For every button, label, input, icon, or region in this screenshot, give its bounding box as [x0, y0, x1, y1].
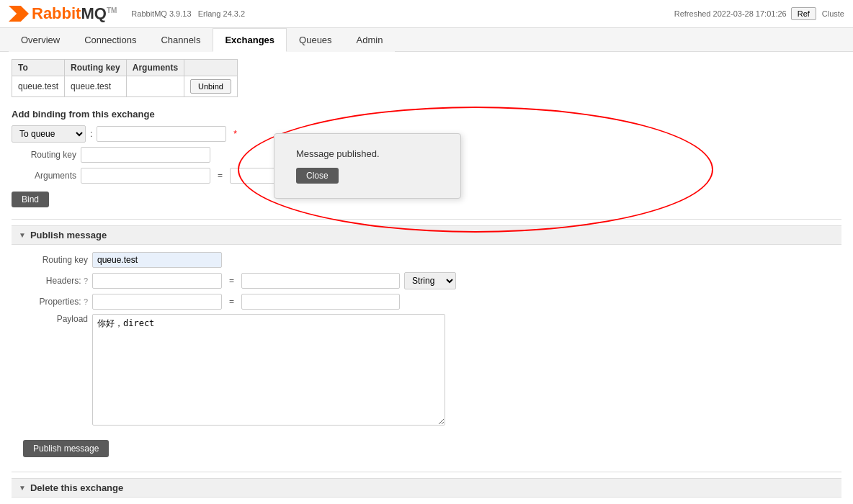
- bindings-table: To Routing key Arguments queue.test queu…: [12, 59, 238, 97]
- destination-input[interactable]: [97, 126, 226, 142]
- collapse-icon: ▼: [19, 231, 26, 239]
- nav-item-overview[interactable]: Overview: [9, 28, 72, 52]
- nav-item-queues[interactable]: Queues: [287, 28, 344, 52]
- destination-type-select[interactable]: To queue To exchange: [12, 125, 86, 143]
- binding-routing-key: queue.test: [65, 76, 127, 97]
- binding-arguments: [126, 76, 184, 97]
- unbind-button[interactable]: Unbind: [190, 79, 231, 94]
- top-bar: RabbitMQTM RabbitMQ 3.9.13 Erlang 24.3.2…: [0, 0, 853, 28]
- publish-message-form: Routing key Headers: ? = String Integer …: [12, 252, 841, 426]
- nav-item-exchanges[interactable]: Exchanges: [213, 28, 287, 52]
- pub-payload-textarea[interactable]: 你好，direct: [92, 314, 445, 426]
- logo: RabbitMQTM: [9, 4, 117, 23]
- pub-routing-key-label: Routing key: [23, 255, 88, 265]
- delete-exchange-section: ▼ Delete this exchange Delete: [12, 478, 841, 504]
- refresh-info: Refreshed 2022-03-28 17:01:26: [674, 9, 787, 18]
- pub-headers-label: Headers: ?: [23, 276, 88, 286]
- pub-payload-label: Payload: [23, 314, 88, 324]
- pub-headers-row: Headers: ? = String Integer: [23, 272, 830, 289]
- binding-routing-key-input[interactable]: [81, 147, 210, 163]
- logo-tm: TM: [107, 6, 117, 14]
- arguments-label: Arguments: [12, 171, 76, 181]
- pub-payload-row: Payload 你好，direct: [23, 314, 830, 426]
- pub-properties-label: Properties: ?: [23, 297, 88, 307]
- logo-icon: [9, 6, 29, 22]
- delete-collapse-icon: ▼: [19, 484, 26, 492]
- nav-item-connections[interactable]: Connections: [72, 28, 148, 52]
- pub-properties-row: Properties: ? =: [23, 294, 830, 310]
- delete-section-header[interactable]: ▼ Delete this exchange: [12, 478, 841, 498]
- logo-text: RabbitMQTM: [32, 4, 117, 23]
- message-published-dialog: Message published. Close: [274, 133, 461, 199]
- dialog-close-button[interactable]: Close: [296, 168, 339, 184]
- pub-properties-value-input[interactable]: [241, 294, 400, 310]
- version-info: RabbitMQ 3.9.13 Erlang 24.3.2: [131, 9, 245, 18]
- col-routing-key: Routing key: [65, 60, 127, 76]
- arguments-input[interactable]: [81, 168, 210, 184]
- publish-message-button[interactable]: Publish message: [23, 440, 109, 457]
- pub-headers-type-select[interactable]: String Integer: [404, 272, 456, 289]
- cluster-label: Cluste: [822, 9, 844, 18]
- delete-section-label: Delete this exchange: [30, 482, 123, 493]
- pub-routing-key-row: Routing key: [23, 252, 830, 268]
- main-nav: Overview Connections Channels Exchanges …: [0, 28, 853, 52]
- dialog-message-text: Message published.: [296, 148, 439, 159]
- required-star: *: [233, 129, 237, 139]
- table-row: queue.test queue.test Unbind: [12, 76, 238, 97]
- add-binding-title: Add binding from this exchange: [12, 109, 841, 120]
- nav-item-admin[interactable]: Admin: [344, 28, 396, 52]
- bindings-section: To Routing key Arguments queue.test queu…: [12, 59, 841, 97]
- refresh-button[interactable]: Ref: [791, 7, 816, 20]
- pub-headers-input[interactable]: [92, 273, 222, 289]
- nav-item-channels[interactable]: Channels: [148, 28, 213, 52]
- routing-key-label: Routing key: [12, 150, 76, 160]
- bind-button[interactable]: Bind: [12, 192, 49, 207]
- col-to: To: [12, 60, 65, 76]
- col-action: [184, 60, 238, 76]
- binding-action: Unbind: [184, 76, 238, 97]
- pub-properties-input[interactable]: [92, 294, 222, 310]
- headers-help-icon[interactable]: ?: [84, 276, 88, 285]
- main-content: To Routing key Arguments queue.test queu…: [0, 52, 853, 504]
- publish-message-section-label: Publish message: [30, 230, 107, 240]
- col-arguments: Arguments: [126, 60, 184, 76]
- publish-message-section-header[interactable]: ▼ Publish message: [12, 225, 841, 245]
- pub-headers-value-input[interactable]: [241, 273, 400, 289]
- binding-to: queue.test: [12, 76, 65, 97]
- pub-routing-key-input[interactable]: [92, 252, 222, 268]
- properties-help-icon[interactable]: ?: [84, 297, 88, 306]
